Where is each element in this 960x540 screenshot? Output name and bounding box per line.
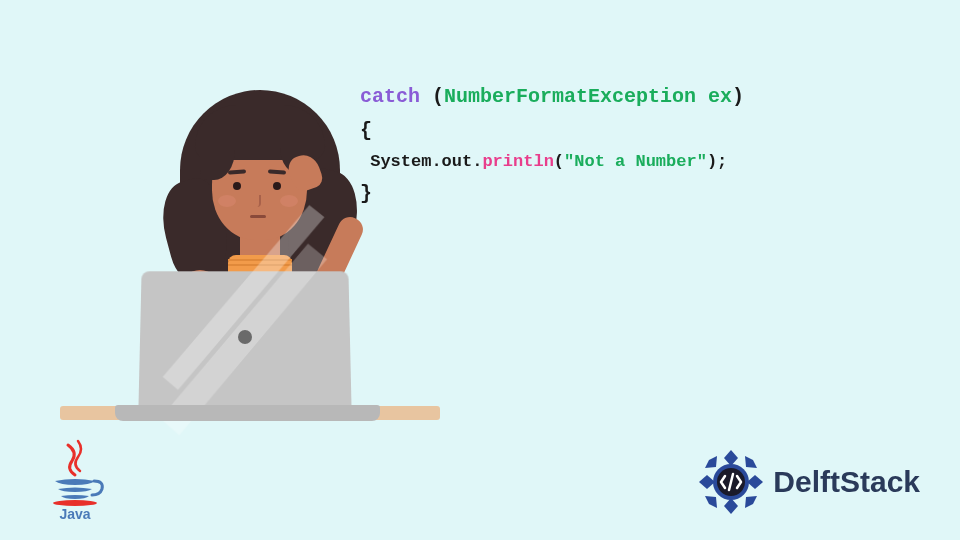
exception-type: NumberFormatException ex (444, 85, 732, 108)
svg-text:Java: Java (59, 506, 90, 522)
svg-marker-8 (705, 496, 717, 508)
delftstack-icon (695, 446, 767, 518)
method-println: println (482, 152, 553, 171)
svg-marker-6 (745, 456, 757, 468)
svg-marker-7 (745, 496, 757, 508)
java-logo: Java (40, 437, 110, 522)
code-line-2: System.out.println("Not a Number"); (360, 148, 744, 177)
java-icon: Java (40, 437, 110, 522)
svg-marker-9 (705, 456, 717, 468)
code-line-1: catch (NumberFormatException ex) (360, 80, 744, 114)
delftstack-text: DelftStack (773, 465, 920, 499)
keyword-catch: catch (360, 85, 432, 108)
brace-close: } (360, 177, 744, 211)
code-snippet: catch (NumberFormatException ex) { Syste… (360, 80, 744, 211)
svg-marker-3 (747, 475, 763, 489)
svg-marker-5 (699, 475, 715, 489)
svg-marker-4 (724, 498, 738, 514)
svg-marker-2 (724, 450, 738, 466)
brace-open: { (360, 114, 744, 148)
string-literal: "Not a Number" (564, 152, 707, 171)
delftstack-logo: DelftStack (695, 446, 920, 518)
